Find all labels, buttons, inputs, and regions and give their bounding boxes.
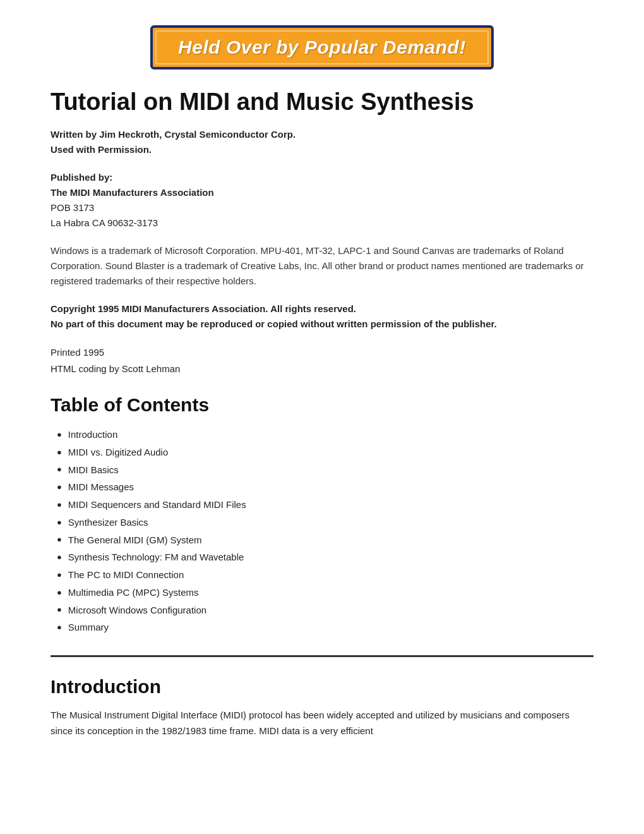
toc-link[interactable]: The General MIDI (GM) System [68, 531, 202, 549]
toc-item[interactable]: Synthesizer Basics [57, 514, 593, 531]
trademark-block: Windows is a trademark of Microsoft Corp… [51, 243, 593, 289]
printed-line1: Printed 1995 [51, 344, 593, 361]
toc-item[interactable]: The General MIDI (GM) System [57, 531, 593, 549]
toc-link[interactable]: MIDI vs. Digitized Audio [68, 444, 168, 461]
publisher-org: The MIDI Manufacturers Association [51, 185, 593, 200]
toc-item[interactable]: Summary [57, 619, 593, 636]
trademark-text: Windows is a trademark of Microsoft Corp… [51, 243, 593, 289]
copyright-line2: No part of this document may be reproduc… [51, 317, 593, 332]
author-line1: Written by Jim Heckroth, Crystal Semicon… [51, 127, 593, 142]
section-divider [51, 655, 593, 657]
toc-item[interactable]: Multimedia PC (MPC) Systems [57, 584, 593, 601]
banner-container: Held Over by Popular Demand! [51, 25, 593, 70]
toc-title: Table of Contents [51, 394, 593, 416]
toc-item[interactable]: MIDI Sequencers and Standard MIDI Files [57, 496, 593, 514]
toc-item[interactable]: MIDI Basics [57, 461, 593, 479]
toc-link[interactable]: Microsoft Windows Configuration [68, 601, 206, 619]
author-block: Written by Jim Heckroth, Crystal Semicon… [51, 127, 593, 157]
held-over-banner: Held Over by Popular Demand! [150, 25, 494, 70]
toc-item[interactable]: Synthesis Technology: FM and Wavetable [57, 548, 593, 566]
introduction-text: The Musical Instrument Digital Interface… [51, 708, 593, 739]
publisher-label: Published by: [51, 170, 593, 185]
copyright-line1: Copyright 1995 MIDI Manufacturers Associ… [51, 301, 593, 317]
toc-link[interactable]: MIDI Messages [68, 478, 134, 496]
toc-link[interactable]: MIDI Basics [68, 461, 119, 479]
toc-item[interactable]: Introduction [57, 426, 593, 444]
toc-link[interactable]: Multimedia PC (MPC) Systems [68, 584, 199, 601]
toc-link[interactable]: Synthesizer Basics [68, 514, 148, 531]
toc-link[interactable]: Summary [68, 619, 109, 636]
printed-line2: HTML coding by Scott Lehman [51, 361, 593, 377]
toc-item[interactable]: MIDI vs. Digitized Audio [57, 444, 593, 461]
toc-link[interactable]: The PC to MIDI Connection [68, 566, 184, 584]
toc-link[interactable]: Synthesis Technology: FM and Wavetable [68, 548, 244, 566]
toc-item[interactable]: The PC to MIDI Connection [57, 566, 593, 584]
page-title: Tutorial on MIDI and Music Synthesis [51, 88, 593, 116]
copyright-block: Copyright 1995 MIDI Manufacturers Associ… [51, 301, 593, 332]
introduction-title: Introduction [51, 676, 593, 698]
printed-block: Printed 1995 HTML coding by Scott Lehman [51, 344, 593, 377]
toc-item[interactable]: MIDI Messages [57, 478, 593, 496]
toc-link[interactable]: Introduction [68, 426, 117, 444]
toc-list: IntroductionMIDI vs. Digitized AudioMIDI… [51, 426, 593, 636]
author-line2: Used with Permission. [51, 142, 593, 157]
toc-link[interactable]: MIDI Sequencers and Standard MIDI Files [68, 496, 246, 514]
toc-item[interactable]: Microsoft Windows Configuration [57, 601, 593, 619]
publisher-address2: La Habra CA 90632-3173 [51, 215, 593, 231]
publisher-block: Published by: The MIDI Manufacturers Ass… [51, 170, 593, 231]
publisher-address1: POB 3173 [51, 200, 593, 215]
